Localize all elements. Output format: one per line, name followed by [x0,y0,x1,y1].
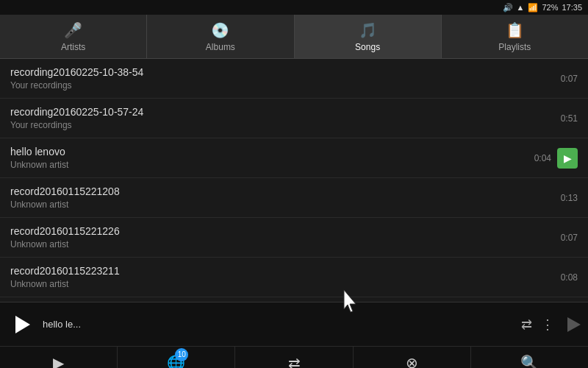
search-button[interactable]: 🔍 Search [471,347,588,368]
albums-icon: 💿 [211,21,229,39]
end-icon: ⊗ [406,354,418,369]
mini-more-icon[interactable]: ⋮ [541,316,554,333]
song-duration: 0:07 [561,233,578,243]
song-duration: 0:04 [534,153,551,163]
song-right: 0:13 [561,193,578,203]
song-duration: 0:13 [561,193,578,203]
artists-icon: 🎤 [64,21,82,39]
song-item[interactable]: recording20160225-10-38-54Your recording… [0,59,588,99]
song-duration: 0:51 [561,113,578,124]
song-right: 0:08 [561,272,578,283]
battery-label: 72% [542,3,558,12]
song-artist: Your recordings [10,120,143,130]
song-title: recording20160225-10-57-24 [10,106,143,118]
wifi-icon: ▲ [517,3,525,12]
song-item[interactable]: record20160115221226Unknown artist0:07 [0,218,588,258]
mini-play-button[interactable] [7,311,35,339]
tab-playlists-label: Playlists [498,42,531,52]
tab-artists[interactable]: 🎤 Artists [0,15,147,58]
end-button[interactable]: ⊗ End [354,347,471,368]
tab-bar: 🎤 Artists 💿 Albums 🎵 Songs 📋 Playlists [0,15,588,59]
song-item[interactable]: recording20160225-10-57-24Your recording… [0,99,588,138]
songs-icon: 🎵 [359,21,377,39]
song-right: 0:04▶ [534,148,578,169]
play-triangle-icon [15,316,30,333]
song-title: record20160115221226 [10,225,120,237]
tab-playlists[interactable]: 📋 Playlists [442,15,588,58]
volume-icon: 🔊 [503,3,513,13]
mini-song-title: hello le... [43,319,116,330]
song-artist: Unknown artist [10,199,120,210]
play-all-icon: ▶ [53,354,64,369]
song-title: record20160115223211 [10,265,120,277]
song-title: recording20160225-10-38-54 [10,66,143,78]
search-icon: 🔍 [520,354,539,369]
tab-songs[interactable]: 🎵 Songs [295,15,442,58]
playlists-icon: 📋 [506,21,524,39]
status-bar: 🔊 ▲ 📶 72% 17:35 [0,0,588,15]
song-item[interactable]: record20160115221208Unknown artist0:13 [0,178,588,218]
song-item[interactable]: record20160115223211Unknown artist0:08 [0,258,588,297]
shuffle-badge: 10 [175,348,188,361]
shuffle-all-icon: ⇄ [288,354,301,369]
song-info: record20160115223211Unknown artist [10,265,120,289]
song-duration: 0:07 [561,74,578,84]
party-shuffle-button[interactable]: 🌐 10 Party shuffle [118,347,235,368]
song-item[interactable]: hello lenovoUnknown artist0:04▶ [0,138,588,178]
tab-albums-label: Albums [206,42,235,52]
song-info: recording20160225-10-57-24Your recording… [10,106,143,130]
song-info: recording20160225-10-38-54Your recording… [10,66,143,91]
song-artist: Unknown artist [10,279,120,289]
song-right: 0:07 [561,74,578,84]
mini-player: hello le... ⇄ ⋮ [0,302,588,346]
tab-albums[interactable]: 💿 Albums [147,15,294,58]
song-info: hello lenovoUnknown artist [10,146,68,170]
song-title: hello lenovo [10,146,68,158]
tab-artists-label: Artists [61,42,85,52]
tab-songs-label: Songs [355,42,380,52]
song-right: 0:07 [561,233,578,243]
party-shuffle-icon-wrap: 🌐 10 [167,354,185,369]
song-artist: Unknown artist [10,239,120,250]
song-duration: 0:08 [561,272,578,283]
song-info: record20160115221226Unknown artist [10,225,120,250]
action-bar: ▶ Play all 🌐 10 Party shuffle ⇄ Shuffle … [0,346,588,368]
song-info: record20160115221208Unknown artist [10,185,120,210]
song-title: record20160115221208 [10,185,120,197]
play-all-button[interactable]: ▶ Play all [0,347,118,368]
song-right: 0:51 [561,113,578,124]
song-play-green-button[interactable]: ▶ [557,148,578,169]
signal-icon: 📶 [528,3,538,13]
mini-next-icon[interactable] [567,317,581,332]
song-list: recording20160225-10-38-54Your recording… [0,59,588,302]
time-label: 17:35 [562,3,582,12]
status-icons: 🔊 ▲ 📶 72% 17:35 [503,3,582,13]
song-artist: Your recordings [10,80,143,91]
shuffle-all-button[interactable]: ⇄ Shuffle all [235,347,353,368]
mini-shuffle-icon: ⇄ [521,316,532,333]
song-artist: Unknown artist [10,160,68,170]
